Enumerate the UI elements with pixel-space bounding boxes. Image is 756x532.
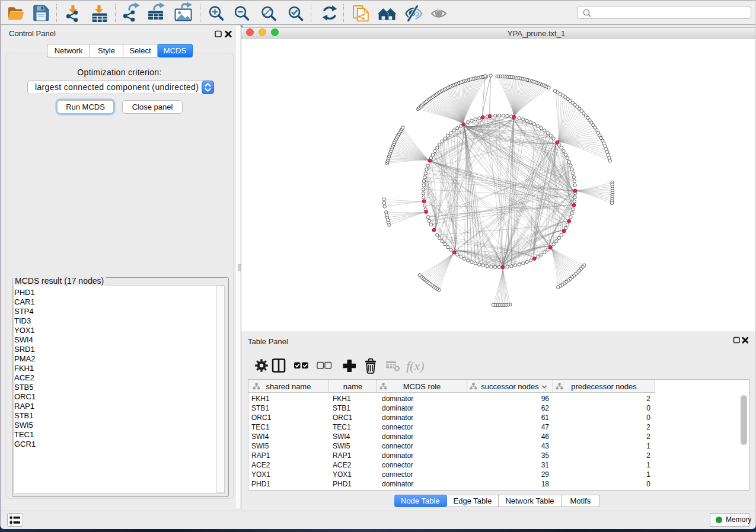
svg-text:f(x): f(x): [406, 358, 425, 373]
